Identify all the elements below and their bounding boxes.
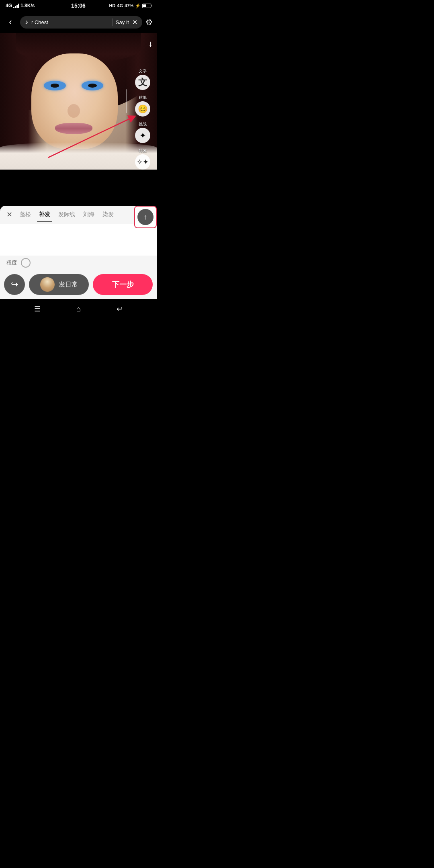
degree-label: 程度 (6, 259, 17, 266)
home-bar: ☰ ⌂ ↩ (0, 299, 157, 313)
music-track-label: r Chest (31, 19, 109, 25)
svg-line-1 (48, 117, 133, 158)
settings-button[interactable]: ⚙ (145, 17, 153, 27)
panel-content-area (0, 223, 157, 256)
download-button[interactable]: ↓ (148, 39, 153, 49)
daily-button-label: 发日常 (59, 280, 78, 289)
text-icon: 文 (135, 75, 150, 90)
tool-effects[interactable]: 特效 ✧✦ (129, 145, 157, 170)
status-bar: 4G 1.8K/s 15:06 HD 4G 47% ⚡ (0, 0, 157, 11)
daily-avatar (40, 277, 55, 292)
status-time: 15:06 (71, 2, 86, 9)
music-note-icon: ♪ (25, 18, 28, 26)
panel-confirm-inner: ↑ (137, 209, 154, 225)
right-tools: 文字 文 贴纸 😊 挑战 ✦ 特效 ✧✦ 画笔 A 滤镜 ⬤ 自动字幕 ▤ 画质… (129, 66, 157, 170)
tab-dye[interactable]: 染发 (98, 207, 118, 222)
tool-challenge[interactable]: 挑战 ✦ (129, 119, 157, 145)
hd-label: HD (109, 3, 115, 8)
tabs-row: ✕ 蓬松 补发 发际线 刘海 染发 (0, 206, 157, 223)
tab-bangs[interactable]: 刘海 (79, 207, 98, 222)
signal-bars (13, 3, 19, 8)
up-arrow-icon: ↑ (144, 213, 147, 221)
tool-sticker[interactable]: 贴纸 😊 (129, 92, 157, 119)
signal-text: 4G (6, 3, 12, 8)
bottom-panel: ↑ ✕ 蓬松 补发 发际线 刘海 染发 程度 ↪ 发日常 下一步 (0, 206, 157, 299)
status-right: HD 4G 47% ⚡ (109, 3, 151, 8)
tool-effects-label: 特效 (139, 148, 147, 154)
effects-icon: ✧✦ (135, 154, 150, 170)
next-button[interactable]: 下一步 (93, 274, 153, 295)
share-button[interactable]: ↪ (4, 274, 25, 295)
black-mid-area (0, 170, 157, 206)
tab-refill[interactable]: 补发 (35, 207, 54, 222)
home-button[interactable]: ⌂ (76, 305, 81, 313)
tool-sticker-label: 贴纸 (139, 95, 147, 100)
main-image-area: 文字 文 贴纸 😊 挑战 ✦ 特效 ✧✦ 画笔 A 滤镜 ⬤ 自动字幕 ▤ 画质… (0, 33, 157, 170)
action-row: ↪ 发日常 下一步 (0, 270, 157, 299)
battery-percent: 47% (125, 3, 133, 8)
daily-button[interactable]: 发日常 (29, 274, 89, 295)
song-title-label: Say It (116, 19, 129, 25)
pill-divider (112, 18, 113, 26)
back-button[interactable]: ‹ (4, 17, 17, 27)
battery-icon (142, 4, 151, 8)
back-nav-button[interactable]: ↩ (117, 305, 123, 313)
degree-slider-thumb[interactable] (21, 258, 31, 268)
menu-button[interactable]: ☰ (34, 305, 41, 313)
tab-hairline[interactable]: 发际线 (54, 207, 79, 222)
panel-confirm-button[interactable]: ↑ (134, 206, 157, 228)
tab-fluffy[interactable]: 蓬松 (16, 207, 35, 222)
speed-text: 1.8K/s (20, 3, 35, 8)
tool-challenge-label: 挑战 (139, 121, 147, 127)
challenge-icon: ✦ (135, 128, 150, 143)
bolt-icon: ⚡ (135, 3, 141, 8)
tool-text[interactable]: 文字 文 (129, 66, 157, 92)
sticker-icon: 😊 (135, 101, 150, 117)
status-left: 4G 1.8K/s (6, 3, 35, 8)
top-nav: ‹ ♪ r Chest Say It ✕ ⚙ (0, 11, 157, 33)
next-button-label: 下一步 (112, 280, 134, 289)
share-icon: ↪ (11, 279, 18, 290)
network-label: 4G (117, 3, 123, 8)
tool-text-label: 文字 (139, 68, 147, 74)
tab-close-button[interactable]: ✕ (3, 207, 16, 222)
music-close-button[interactable]: ✕ (132, 18, 137, 26)
music-pill[interactable]: ♪ r Chest Say It ✕ (20, 16, 142, 29)
degree-row: 程度 (0, 256, 157, 270)
